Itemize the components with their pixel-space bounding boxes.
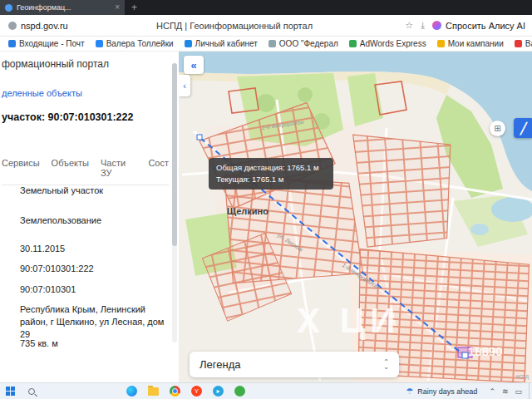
bookmark-star-icon[interactable]: ☆	[405, 20, 413, 31]
bookmark-favicon-icon	[185, 40, 192, 47]
scrollbar-thumb[interactable]	[172, 63, 177, 246]
new-tab-button[interactable]: +	[131, 2, 137, 13]
bookmark-favicon-icon	[515, 40, 522, 47]
bookmark-label: Личный кабинет	[195, 39, 258, 48]
weather-text: Rainy days ahead	[417, 387, 477, 396]
bookmark-campaigns[interactable]: Мои кампании	[437, 39, 504, 48]
measurement-end-marker[interactable]	[462, 352, 468, 358]
bookmark-label: Валера Толлейки	[106, 39, 174, 48]
tray-chevron-icon[interactable]: ⌃	[489, 387, 495, 396]
bookmark-mail[interactable]: Входящие - Почт	[8, 39, 85, 48]
taskbar-apps: Y ▸	[126, 386, 245, 397]
chrome-icon[interactable]	[170, 386, 180, 397]
show-desktop-button[interactable]	[529, 383, 532, 399]
panel-tabs: Сервисы Объекты Части ЗУ Сост	[2, 158, 169, 185]
portal-title: формационный портал	[2, 58, 109, 70]
alice-label: Спросить Алису AI	[446, 21, 525, 31]
tab-parts[interactable]: Части ЗУ	[101, 158, 136, 178]
legend-toggle-icon[interactable]: ⌃ ⌄	[383, 360, 389, 370]
measurement-start-marker[interactable]	[197, 135, 202, 140]
lake	[470, 224, 489, 235]
browser-toolbar: nspd.gov.ru НСПД | Геоинформационный пор…	[0, 15, 532, 37]
tab-title: Геоинформац...	[17, 3, 111, 12]
url-text: nspd.gov.ru	[21, 21, 68, 31]
notifications-icon[interactable]: ▭	[515, 387, 522, 396]
tab-services[interactable]: Сервисы	[2, 158, 40, 178]
bookmark-vk[interactable]: Валера Толлейки	[96, 39, 174, 48]
url-chip[interactable]: nspd.gov.ru	[8, 21, 68, 31]
taskbar: Y ▸ ☂ Rainy days ahead ⌃ ≋ ▭	[0, 382, 532, 399]
bookmark-label: Валера. 42 года	[525, 39, 532, 48]
telegram-icon[interactable]: ▸	[213, 386, 224, 397]
alice-icon	[432, 21, 441, 30]
field-date: 30.11.2015	[20, 243, 168, 255]
map-tool-button[interactable]: ⊞	[490, 121, 505, 136]
toolbar-actions: ☆ ⤓ Спросить Алису AI	[405, 20, 525, 31]
bookmark-favicon-icon	[349, 40, 357, 47]
object-info-panel: формационный портал деленные объекты уча…	[0, 52, 179, 382]
town-label: Щелкино	[227, 206, 268, 216]
app-icon[interactable]	[234, 386, 245, 397]
field-area: 735 кв. м	[20, 337, 168, 350]
collapse-panel-button[interactable]: «	[184, 56, 204, 74]
legend-label: Легенда	[200, 358, 240, 371]
tab-objects[interactable]: Объекты	[52, 158, 89, 178]
network-icon[interactable]: ≋	[502, 387, 509, 396]
tab-composition[interactable]: Сост	[148, 158, 169, 178]
search-icon[interactable]	[28, 388, 35, 395]
chevron-down-icon: ⌄	[383, 365, 389, 370]
weather-icon: ☂	[406, 387, 413, 396]
edge-icon[interactable]	[126, 386, 137, 397]
address-page-title[interactable]: НСПД | Геоинформационный портал	[156, 21, 313, 31]
yandex-browser-icon[interactable]: Y	[191, 386, 202, 397]
watermark-text: Х ЦИ	[297, 301, 401, 341]
tooltip-current-distance: Текущая: 1765.1 м	[216, 174, 326, 185]
map-attribution: нспд	[516, 373, 529, 379]
browser-titlebar: Геоинформац... × +	[0, 0, 532, 15]
tooltip-total-distance: Общая дистанция: 1765.1 м	[216, 162, 326, 174]
bookmark-account[interactable]: Личный кабинет	[185, 39, 258, 48]
bookmark-favicon-icon	[96, 40, 103, 47]
selected-objects-link[interactable]: деленные объекты	[2, 88, 82, 98]
bookmark-favicon-icon	[8, 40, 16, 47]
field-cadastral-block: 90:07:010301	[20, 283, 168, 296]
parcel-heading: участок: 90:07:010301:222	[2, 111, 133, 123]
extensions-icon[interactable]: ⤓	[421, 20, 425, 31]
start-button[interactable]	[6, 387, 15, 396]
file-explorer-icon[interactable]	[148, 387, 159, 396]
bookmark-label: ООО "Федерал	[279, 39, 338, 48]
tab-close-icon[interactable]: ×	[115, 3, 120, 12]
screen: Геоинформац... × + nspd.gov.ru НСПД | Ге…	[0, 0, 532, 399]
panel-side-toggle[interactable]: ‹	[179, 75, 190, 96]
bookmarks-bar: Входящие - Почт Валера Толлейки Личный к…	[0, 37, 532, 52]
browser-tab[interactable]: Геоинформац... ×	[0, 0, 125, 15]
field-address: Республика Крым, Ленинский район, г Щелк…	[20, 303, 168, 341]
bookmark-label: Мои кампании	[448, 39, 504, 48]
field-cadastral-number: 90:07:010301:222	[20, 263, 168, 275]
bookmark-label: AdWords Express	[360, 39, 426, 48]
field-object-type: Земельный участок	[20, 185, 168, 197]
distance-tooltip: Общая дистанция: 1765.1 м Текущая: 1765.…	[209, 158, 333, 190]
bookmark-federal[interactable]: ООО "Федерал	[268, 39, 338, 48]
panel-scrollbar[interactable]	[172, 63, 177, 342]
watermark-number: 18890	[468, 344, 503, 358]
ask-alice-button[interactable]: Спросить Алису AI	[432, 21, 525, 31]
bookmark-adwords[interactable]: AdWords Express	[349, 39, 426, 48]
weather-widget[interactable]: ☂ Rainy days ahead	[406, 387, 477, 396]
tab-favicon-icon	[5, 4, 12, 12]
bookmark-label: Входящие - Почт	[19, 39, 85, 48]
site-info-icon[interactable]	[8, 22, 17, 30]
measure-tool-button[interactable]: ╱	[514, 118, 532, 138]
bookmark-favicon-icon	[268, 40, 276, 47]
field-land-use: Землепользование	[20, 214, 168, 227]
bookmark-favicon-icon	[437, 40, 445, 47]
bookmark-valera[interactable]: Валера. 42 года	[515, 39, 532, 48]
map-container[interactable]: Щелкино ул. Лесная 1-й микрорайон 2-й ми…	[179, 52, 532, 382]
legend-bar[interactable]: Легенда ⌃ ⌄	[190, 352, 399, 377]
system-tray: ⌃ ≋ ▭	[489, 387, 522, 396]
